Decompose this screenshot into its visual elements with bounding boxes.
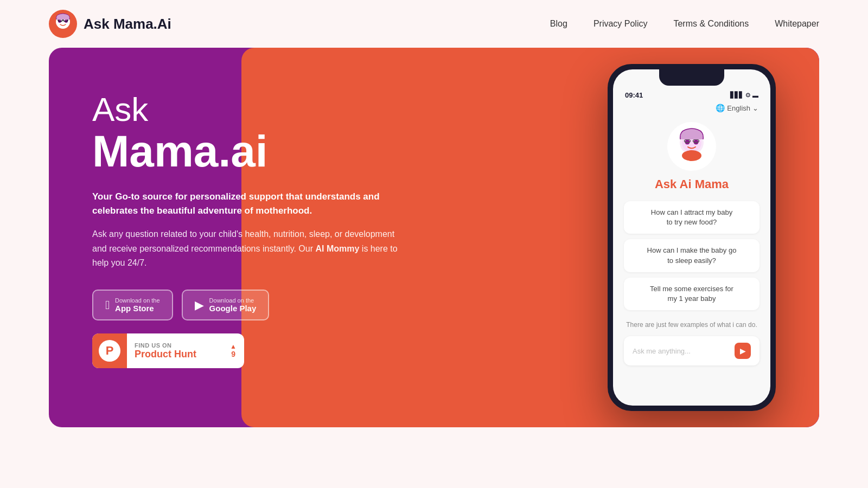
phone-content: Ask Ai Mama How can I attract my babyto … bbox=[613, 117, 770, 376]
hero-tagline: Your Go-to source for personalized suppo… bbox=[92, 190, 407, 217]
nav-privacy[interactable]: Privacy Policy bbox=[593, 19, 648, 29]
ph-text-area: FIND US ON Product Hunt bbox=[127, 337, 222, 365]
logo-text: Ask Mama.Ai bbox=[84, 16, 171, 33]
google-play-bottom: Google Play bbox=[209, 304, 257, 313]
chat-item-1[interactable]: How can I attract my babyto try new food… bbox=[624, 201, 760, 234]
ph-vote-count: 9 bbox=[231, 350, 235, 358]
nav-whitepaper[interactable]: Whitepaper bbox=[775, 19, 819, 29]
phone-title-colored: Ai Mama bbox=[680, 177, 729, 191]
phone-mockup: 09:41 ▋▋▋ ⊙ ▬ 🌐 English ⌄ bbox=[608, 64, 776, 411]
ph-logo-circle: P bbox=[99, 340, 120, 362]
phone-inner: 09:41 ▋▋▋ ⊙ ▬ 🌐 English ⌄ bbox=[613, 69, 770, 406]
chat-input-placeholder: Ask me anything... bbox=[633, 347, 730, 355]
cta-buttons:  Download on the App Store ▶ Download o… bbox=[92, 290, 440, 320]
hero-section: Ask Mama.ai Your Go-to source for person… bbox=[49, 48, 819, 427]
battery-icon: ▬ bbox=[752, 92, 758, 99]
nav-terms[interactable]: Terms & Conditions bbox=[673, 19, 749, 29]
hero-title-ask: Ask bbox=[92, 91, 440, 128]
hero-desc-bold: AI Mommy bbox=[315, 244, 359, 253]
phone-title-ask: Ask bbox=[655, 177, 680, 191]
google-play-top: Download on the bbox=[209, 297, 257, 304]
ph-arrow-icon: ▲ bbox=[230, 343, 237, 350]
phone-time: 09:41 bbox=[625, 91, 643, 99]
google-play-text: Download on the Google Play bbox=[209, 297, 257, 313]
signal-icon: ▋▋▋ bbox=[730, 92, 743, 99]
main-nav: Blog Privacy Policy Terms & Conditions W… bbox=[550, 19, 819, 29]
ph-logo-area: P bbox=[92, 333, 127, 368]
google-play-button[interactable]: ▶ Download on the Google Play bbox=[182, 290, 270, 320]
app-store-button[interactable]:  Download on the App Store bbox=[92, 290, 173, 320]
apple-icon:  bbox=[105, 298, 110, 312]
play-icon: ▶ bbox=[195, 298, 204, 312]
hero-left: Ask Mama.ai Your Go-to source for person… bbox=[49, 48, 473, 427]
logo-icon bbox=[49, 10, 77, 38]
phone-icons: ▋▋▋ ⊙ ▬ bbox=[730, 92, 758, 99]
product-hunt-badge[interactable]: P FIND US ON Product Hunt ▲ 9 bbox=[92, 333, 244, 368]
phone-app-title: Ask Ai Mama bbox=[655, 177, 729, 191]
app-store-top: Download on the bbox=[115, 297, 160, 304]
language-label: English bbox=[727, 104, 750, 112]
hero-description: Ask any question related to your child's… bbox=[92, 227, 407, 270]
app-store-text: Download on the App Store bbox=[115, 297, 160, 313]
phone-outer: 09:41 ▋▋▋ ⊙ ▬ 🌐 English ⌄ bbox=[608, 64, 776, 411]
header: Ask Mama.Ai Blog Privacy Policy Terms & … bbox=[0, 0, 868, 48]
app-store-bottom: App Store bbox=[115, 304, 160, 313]
wifi-icon: ⊙ bbox=[745, 92, 750, 99]
phone-notch bbox=[659, 69, 724, 86]
chat-input-bar[interactable]: Ask me anything... ▶ bbox=[624, 336, 760, 365]
ph-find-us: FIND US ON bbox=[135, 342, 215, 349]
chat-send-button[interactable]: ▶ bbox=[735, 343, 751, 359]
chat-item-2[interactable]: How can I make the baby goto sleep easil… bbox=[624, 239, 760, 272]
logo-area: Ask Mama.Ai bbox=[49, 10, 171, 38]
hero-title-mama: Mama.ai bbox=[92, 128, 440, 175]
ph-product-hunt: Product Hunt bbox=[135, 349, 215, 360]
nav-blog[interactable]: Blog bbox=[550, 19, 567, 29]
phone-status-bar: 09:41 ▋▋▋ ⊙ ▬ bbox=[613, 86, 770, 101]
chat-item-3[interactable]: Tell me some exercises formy 1 year baby bbox=[624, 278, 760, 310]
flag-icon: 🌐 bbox=[716, 104, 725, 112]
chevron-down-icon: ⌄ bbox=[752, 104, 758, 112]
ph-votes: ▲ 9 bbox=[222, 343, 244, 358]
mama-avatar bbox=[667, 122, 716, 171]
phone-footer-text: There are just few examples of what i ca… bbox=[626, 321, 757, 329]
phone-language-selector[interactable]: 🌐 English ⌄ bbox=[613, 101, 770, 117]
